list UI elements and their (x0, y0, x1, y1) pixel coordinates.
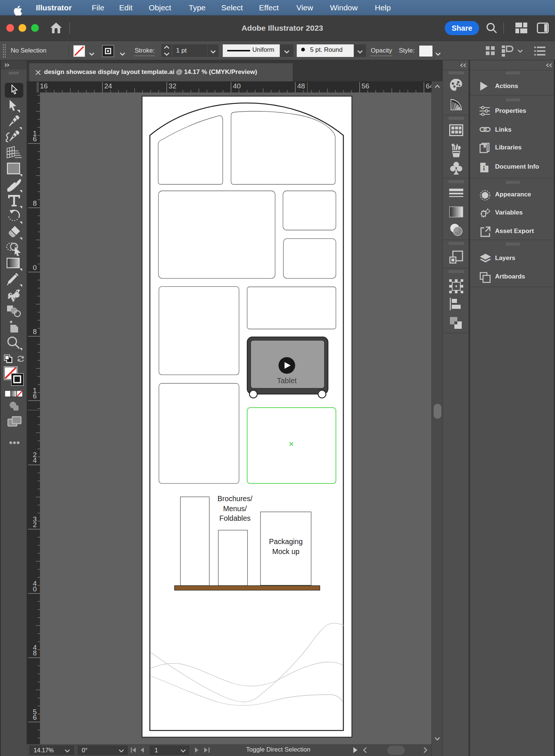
svg-text:0: 0 (33, 585, 37, 593)
svg-text:56: 56 (361, 82, 369, 90)
svg-text:Brochures/: Brochures/ (218, 495, 253, 503)
svg-text:40: 40 (233, 82, 240, 90)
svg-text:Menus/: Menus/ (223, 504, 247, 513)
svg-text:32: 32 (169, 82, 176, 90)
svg-text:6: 6 (33, 392, 37, 400)
svg-text:16: 16 (40, 82, 48, 90)
svg-text:Packaging: Packaging (269, 537, 303, 546)
svg-text:48: 48 (297, 82, 305, 90)
svg-text:6: 6 (33, 135, 37, 143)
svg-text:8: 8 (33, 199, 37, 207)
svg-text:Foldables: Foldables (219, 514, 251, 522)
svg-text:2: 2 (33, 521, 37, 529)
svg-text:4: 4 (33, 456, 37, 464)
svg-text:Mock up: Mock up (272, 547, 300, 556)
svg-text:64: 64 (426, 82, 431, 90)
svg-text:8: 8 (33, 649, 37, 657)
svg-text:24: 24 (104, 82, 112, 90)
svg-text:6: 6 (33, 713, 37, 721)
svg-text:Tablet: Tablet (277, 377, 297, 385)
svg-text:8: 8 (33, 328, 37, 335)
svg-text:0: 0 (33, 264, 37, 271)
